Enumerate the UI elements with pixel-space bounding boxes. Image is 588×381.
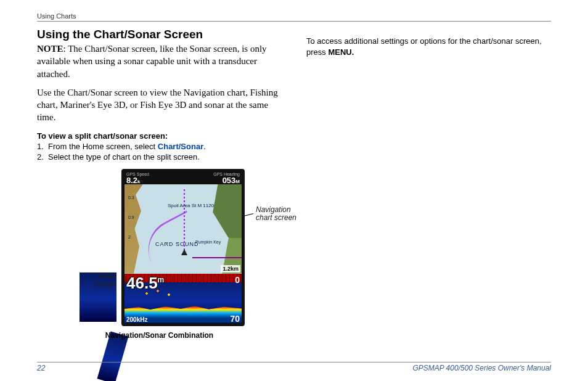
- step-num: 2.: [37, 152, 44, 162]
- right-paragraph: To access additional settings or options…: [306, 36, 551, 57]
- step-pre: Select the type of chart on the split sc…: [48, 152, 200, 162]
- sounding-3: 2: [128, 235, 131, 239]
- gps-heading-value: 053M: [213, 176, 240, 184]
- step-2: 2. Select the type of chart on the split…: [37, 152, 282, 162]
- gps-speed-value: 8.2k: [126, 176, 149, 184]
- sounding-2: 0.9: [128, 215, 134, 219]
- page-footer: 22 GPSMAP 400/500 Series Owner's Manual: [37, 362, 551, 372]
- step-post: .: [203, 142, 206, 151]
- header-rule: [37, 21, 551, 22]
- sonar-frequency: 200kHz: [126, 316, 147, 323]
- manual-title: GPSMAP 400/500 Series Owner's Manual: [412, 364, 551, 372]
- scale-box: 1.2km: [221, 265, 240, 272]
- status-bar: GPS Speed 8.2k GPS Heading 053M: [125, 172, 242, 184]
- section-header: Using Charts: [37, 12, 551, 20]
- device-screenshot: GPS Speed 8.2k GPS Heading 053M: [121, 169, 245, 326]
- card-sound-label: CARD SOUND: [155, 241, 199, 247]
- right-column: To access additional settings or options…: [306, 28, 551, 351]
- callout-nav: Navigation chart screen: [256, 206, 305, 223]
- step-1: 1. From the Home screen, select Chart/So…: [37, 142, 282, 151]
- track-curve: [137, 210, 204, 269]
- sounding-1: 0.3: [128, 195, 134, 200]
- sonar-scale-top: 0: [235, 275, 240, 285]
- sonar-depth: 46.5m: [126, 274, 164, 293]
- land-right: [208, 184, 242, 247]
- note-paragraph: NOTE: The Chart/Sonar screen, like the S…: [37, 43, 282, 80]
- pumpkin-key-label: Pumpkin Key: [195, 240, 221, 244]
- steps-heading: To view a split chart/sonar screen:: [37, 131, 282, 141]
- boat-icon: [181, 249, 187, 255]
- spoil-area-label: Spoil Area St M 1120: [168, 203, 214, 208]
- menu-label: MENU.: [328, 47, 354, 57]
- callout-sonar: Sonar screen: [80, 272, 116, 322]
- sonar-scale-bottom: 70: [230, 314, 240, 323]
- note-label: NOTE: [37, 44, 63, 54]
- left-column: Using the Chart/Sonar Screen NOTE: The C…: [37, 28, 282, 351]
- figure: Navigation chart screen Sonar screen GPS…: [37, 169, 282, 348]
- step-menu: Chart/Sonar: [158, 142, 203, 151]
- step-num: 1.: [37, 142, 44, 151]
- page-number: 22: [37, 364, 45, 372]
- note-text: : The Chart/Sonar screen, like the Sonar…: [37, 44, 267, 79]
- sonar-pane: 46.5m 0 70 200kHz: [125, 274, 242, 323]
- figure-caption: Navigation/Sonar Combination: [37, 331, 282, 340]
- step-pre: From the Home screen, select: [48, 142, 158, 151]
- page-title: Using the Chart/Sonar Screen: [37, 28, 282, 41]
- nav-chart-pane: 0.3 0.9 2 Spoil Area St M 1120 CARD SOUN…: [125, 184, 242, 274]
- intro-paragraph: Use the Chart/Sonar screen to view the N…: [37, 86, 282, 124]
- magenta-line: [192, 257, 242, 258]
